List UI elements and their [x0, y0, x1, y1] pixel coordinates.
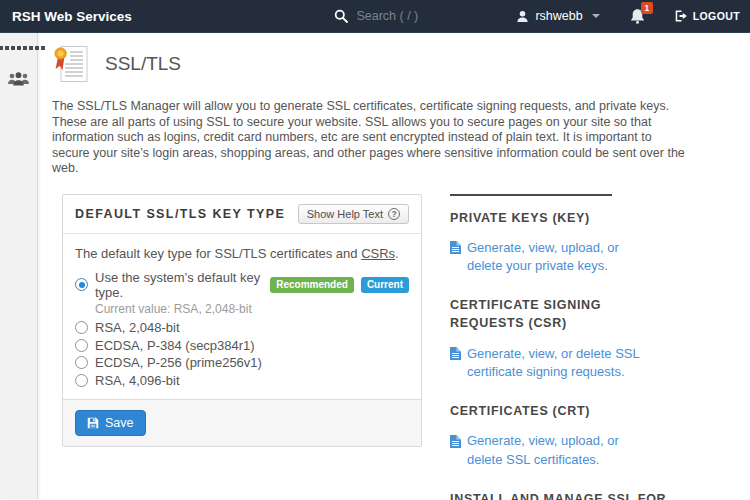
document-icon — [450, 239, 461, 277]
key-type-option-system-default[interactable]: Use the system’s default key type. Recom… — [75, 270, 409, 300]
notifications-button[interactable]: 1 — [630, 8, 645, 24]
current-badge: Current — [361, 277, 409, 293]
page-title: SSL/TLS — [105, 53, 181, 75]
section-private-keys: PRIVATE KEYS (KEY) — [450, 209, 668, 277]
radio-unselected[interactable] — [75, 374, 88, 387]
option-label[interactable]: Use the system’s default key type. — [95, 270, 263, 300]
default-key-type-panel: DEFAULT SSL/TLS KEY TYPE Show Help Text … — [62, 194, 422, 448]
help-button-label: Show Help Text — [307, 208, 383, 220]
option-label[interactable]: ECDSA, P-384 (secp384r1) — [95, 338, 255, 353]
link-label: Generate, view, or delete SSL certificat… — [467, 345, 655, 383]
panel-header: DEFAULT SSL/TLS KEY TYPE Show Help Text … — [63, 195, 421, 234]
option-label[interactable]: RSA, 2,048-bit — [95, 320, 180, 335]
search-icon — [334, 9, 348, 23]
panel-footer: Save — [63, 399, 421, 446]
section-heading: CERTIFICATE SIGNING REQUESTS (CSR) — [450, 296, 668, 332]
key-type-option-rsa-4096[interactable]: RSA, 4,096-bit — [75, 373, 409, 388]
recommended-badge: Recommended — [270, 277, 354, 293]
section-divider — [450, 194, 612, 196]
chevron-down-icon — [592, 14, 600, 18]
document-icon — [450, 345, 461, 383]
page-description: The SSL/TLS Manager will allow you to ge… — [52, 99, 692, 177]
key-type-intro: The default key type for SSL/TLS certifi… — [75, 246, 409, 261]
logout-icon — [675, 10, 688, 22]
panel-title: DEFAULT SSL/TLS KEY TYPE — [75, 207, 285, 221]
topbar: RSH Web Services rshwebb — [0, 0, 750, 33]
user-menu[interactable]: rshwebb — [516, 9, 599, 23]
main-layout: SSL/TLS The SSL/TLS Manager will allow y… — [0, 33, 750, 499]
content-columns: DEFAULT SSL/TLS KEY TYPE Show Help Text … — [52, 194, 730, 500]
radio-unselected[interactable] — [75, 356, 88, 369]
section-certificates: CERTIFICATES (CRT) — [450, 402, 668, 470]
sidebar — [0, 33, 38, 499]
radio-unselected[interactable] — [75, 321, 88, 334]
section-heading: PRIVATE KEYS (KEY) — [450, 209, 668, 227]
section-install-manage-ssl: INSTALL AND MANAGE SSL FOR YOUR SITE (HT… — [450, 490, 668, 500]
ssl-certificate-icon — [52, 44, 90, 84]
save-button[interactable]: Save — [75, 410, 146, 436]
brand-title[interactable]: RSH Web Services — [12, 9, 132, 24]
option-label[interactable]: ECDSA, P-256 (prime256v1) — [95, 355, 262, 370]
csr-link[interactable]: Generate, view, or delete SSL certificat… — [450, 345, 655, 383]
key-type-option-ecdsa-p384[interactable]: ECDSA, P-384 (secp384r1) — [75, 338, 409, 353]
search-input[interactable] — [356, 9, 466, 23]
private-keys-link[interactable]: Generate, view, upload, or delete your p… — [450, 239, 655, 277]
radio-selected[interactable] — [75, 278, 88, 291]
user-manager-icon[interactable] — [7, 71, 30, 87]
user-icon — [516, 10, 529, 23]
topbar-right-group: rshwebb 1 LOGOUT — [334, 8, 740, 24]
section-csr: CERTIFICATE SIGNING REQUESTS (CSR) — [450, 296, 668, 382]
save-button-label: Save — [105, 416, 134, 430]
csrs-term-link[interactable]: CSRs — [361, 246, 395, 261]
option-label[interactable]: RSA, 4,096-bit — [95, 373, 180, 388]
link-label: Generate, view, upload, or delete your p… — [467, 239, 655, 277]
radio-unselected[interactable] — [75, 339, 88, 352]
logout-label: LOGOUT — [693, 10, 740, 22]
key-type-option-rsa-2048[interactable]: RSA, 2,048-bit — [75, 320, 409, 335]
document-icon — [450, 432, 461, 470]
panel-body: The default key type for SSL/TLS certifi… — [63, 234, 421, 400]
show-help-text-button[interactable]: Show Help Text ? — [298, 204, 409, 224]
certificates-link[interactable]: Generate, view, upload, or delete SSL ce… — [450, 432, 655, 470]
logout-button[interactable]: LOGOUT — [675, 10, 740, 22]
current-value-note: Current value: RSA, 2,048-bit — [95, 302, 409, 316]
link-label: Generate, view, upload, or delete SSL ce… — [467, 432, 655, 470]
ssl-links-column: PRIVATE KEYS (KEY) — [450, 194, 668, 500]
username: rshwebb — [535, 9, 582, 23]
key-type-option-ecdsa-p256[interactable]: ECDSA, P-256 (prime256v1) — [75, 355, 409, 370]
notification-count-badge: 1 — [641, 2, 653, 14]
search-box[interactable] — [334, 9, 466, 23]
question-circle-icon: ? — [388, 208, 400, 220]
section-heading: CERTIFICATES (CRT) — [450, 402, 668, 420]
save-icon — [87, 417, 99, 429]
page-header: SSL/TLS — [52, 44, 730, 84]
section-heading: INSTALL AND MANAGE SSL FOR YOUR SITE (HT… — [450, 490, 668, 500]
content-area: SSL/TLS The SSL/TLS Manager will allow y… — [38, 33, 750, 499]
